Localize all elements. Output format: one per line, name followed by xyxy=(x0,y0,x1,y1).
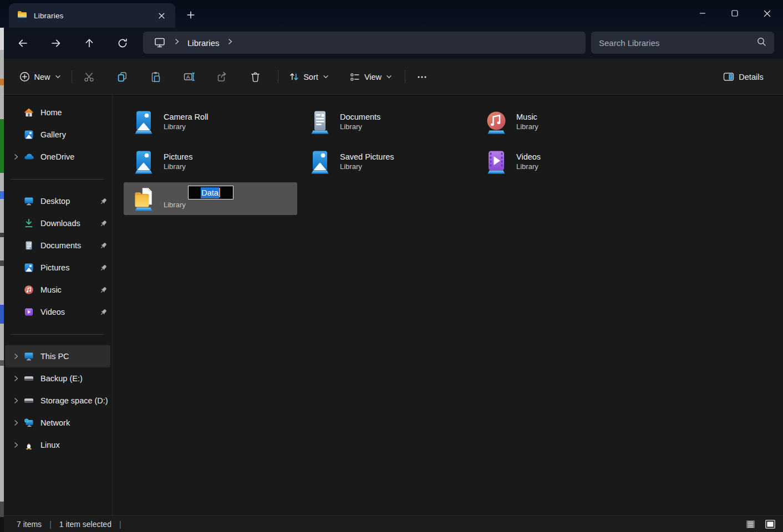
details-view-icon xyxy=(746,520,755,529)
address-bar[interactable]: Libraries xyxy=(143,32,586,54)
copy-icon xyxy=(116,71,128,83)
tab-title: Libraries xyxy=(34,12,148,20)
sort-button[interactable]: Sort xyxy=(283,66,335,87)
close-button[interactable] xyxy=(751,0,783,27)
photo-library-icon xyxy=(131,109,156,135)
sidebar-item-storage-d[interactable]: Storage space (D:) xyxy=(5,390,110,412)
sidebar-item-backup-e[interactable]: Backup (E:) xyxy=(5,367,110,390)
paste-icon xyxy=(150,71,161,83)
refresh-button[interactable] xyxy=(110,31,135,55)
library-tile-pictures[interactable]: Pictures Library xyxy=(124,145,297,178)
rename-input[interactable]: Data xyxy=(188,186,233,200)
minimize-button[interactable] xyxy=(687,0,719,27)
onedrive-icon xyxy=(23,151,35,162)
sidebar-item-music[interactable]: Music xyxy=(5,279,110,301)
documents-icon xyxy=(23,240,35,251)
sidebar-item-linux[interactable]: Linux xyxy=(5,434,110,456)
folder-library-icon xyxy=(131,186,156,212)
items-view[interactable]: Camera Roll Library Documents Library xyxy=(113,95,783,515)
new-tab-button[interactable] xyxy=(183,7,199,23)
sort-icon xyxy=(289,71,299,82)
search-box[interactable] xyxy=(591,32,774,54)
expand-chevron-icon[interactable] xyxy=(9,439,23,451)
this-pc-icon xyxy=(23,351,35,362)
more-options-button[interactable] xyxy=(410,66,434,87)
music-icon xyxy=(23,284,35,295)
sidebar-item-videos[interactable]: Videos xyxy=(5,301,110,323)
library-tile-documents[interactable]: Documents Library xyxy=(300,105,474,138)
navigation-bar: Libraries xyxy=(4,28,783,59)
expand-chevron-icon[interactable] xyxy=(9,395,23,406)
sidebar-separator xyxy=(11,334,104,335)
copy-button[interactable] xyxy=(110,66,135,87)
tab-libraries[interactable]: Libraries xyxy=(9,3,175,28)
breadcrumb-chevron-icon[interactable] xyxy=(226,38,234,48)
share-button[interactable] xyxy=(210,66,235,87)
search-input[interactable] xyxy=(599,38,756,48)
sidebar-item-gallery[interactable]: Gallery xyxy=(5,124,110,146)
maximize-button[interactable] xyxy=(719,0,751,27)
up-button[interactable] xyxy=(77,31,101,55)
expand-chevron-icon[interactable] xyxy=(9,373,23,384)
desktop-edge xyxy=(0,28,4,532)
pin-icon xyxy=(96,219,110,228)
delete-button[interactable] xyxy=(243,66,268,87)
desktop-icon xyxy=(23,196,35,207)
view-button[interactable]: View xyxy=(343,66,399,87)
network-icon xyxy=(23,417,35,428)
sidebar-item-home[interactable]: Home xyxy=(5,101,110,124)
details-pane-icon xyxy=(723,71,735,83)
expand-chevron-icon[interactable] xyxy=(9,417,23,428)
breadcrumb-this-pc[interactable] xyxy=(149,34,171,51)
sidebar-separator xyxy=(11,179,104,180)
expand-chevron-icon[interactable] xyxy=(9,151,23,162)
view-icon xyxy=(349,71,360,83)
sidebar-item-desktop[interactable]: Desktop xyxy=(5,190,110,212)
search-icon[interactable] xyxy=(756,37,766,49)
command-toolbar: New xyxy=(4,59,783,95)
sidebar-item-downloads[interactable]: Downloads xyxy=(5,212,110,234)
tab-close-icon[interactable] xyxy=(154,8,169,23)
library-tile-camera-roll[interactable]: Camera Roll Library xyxy=(124,105,297,138)
sidebar-item-pictures[interactable]: Pictures xyxy=(5,257,110,279)
photo-library-icon xyxy=(131,149,156,175)
breadcrumb-libraries[interactable]: Libraries xyxy=(183,36,224,50)
chevron-down-icon xyxy=(54,73,62,80)
forward-button[interactable] xyxy=(44,31,68,55)
pin-icon xyxy=(96,308,110,317)
status-bar: 7 items | 1 item selected | xyxy=(4,515,783,532)
photo-library-icon xyxy=(307,149,333,175)
selection-count: 1 item selected xyxy=(59,520,111,529)
breadcrumb-chevron-icon[interactable] xyxy=(173,38,181,48)
gallery-icon xyxy=(23,129,35,140)
paste-button[interactable] xyxy=(143,66,168,87)
back-button[interactable] xyxy=(11,31,35,55)
library-tile-videos[interactable]: Videos Library xyxy=(476,145,650,178)
linux-tux-icon xyxy=(23,439,35,451)
ellipsis-icon xyxy=(416,71,428,83)
sidebar-item-network[interactable]: Network xyxy=(5,412,110,434)
downloads-icon xyxy=(23,218,35,229)
item-count: 7 items xyxy=(17,520,42,529)
library-tile-renaming[interactable]: Library Data xyxy=(124,182,297,215)
sidebar-item-this-pc[interactable]: This PC xyxy=(5,345,110,367)
details-view-toggle[interactable] xyxy=(744,519,756,530)
pin-icon xyxy=(96,241,110,250)
file-explorer-window: Libraries xyxy=(0,0,783,532)
details-pane-button[interactable]: Details xyxy=(714,66,772,87)
new-button[interactable]: New xyxy=(16,66,65,87)
share-icon xyxy=(216,71,228,83)
thumbnail-view-toggle[interactable] xyxy=(764,519,776,530)
pin-icon xyxy=(96,197,110,206)
library-tile-music[interactable]: Music Library xyxy=(476,105,650,138)
pin-icon xyxy=(96,263,110,273)
cut-button[interactable] xyxy=(77,66,101,87)
expand-chevron-icon[interactable] xyxy=(9,351,23,362)
library-tile-saved-pictures[interactable]: Saved Pictures Library xyxy=(300,145,474,178)
text-caret xyxy=(219,188,220,197)
sidebar-item-documents[interactable]: Documents xyxy=(5,234,110,257)
rename-button[interactable]: A xyxy=(176,66,201,87)
navigation-pane: Home Gallery xyxy=(4,95,113,515)
sidebar-item-onedrive[interactable]: OneDrive xyxy=(5,146,110,168)
videos-icon xyxy=(23,306,35,318)
